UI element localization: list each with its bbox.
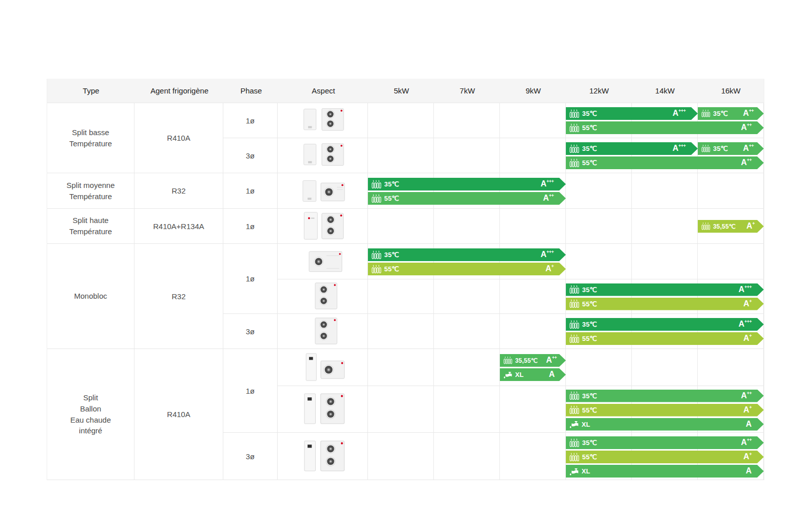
bar-temperature-label: 35℃ bbox=[713, 110, 728, 117]
energy-class-label: A++ bbox=[741, 123, 752, 132]
type-label: Split haute Température bbox=[47, 209, 134, 243]
energy-class-label: A++ bbox=[743, 109, 754, 117]
bar-volume-label: XL bbox=[515, 371, 524, 378]
energy-label-bar: 35℃ A++ bbox=[566, 390, 764, 402]
energy-class-label: A+++ bbox=[738, 285, 752, 294]
column-header-14kw: 14kW bbox=[632, 86, 698, 95]
energy-class-label: A++ bbox=[743, 144, 754, 152]
product-photo-tower-dual bbox=[278, 386, 368, 432]
table-row: Monobloc R32 1ø 35℃ A+++ bbox=[47, 243, 764, 348]
energy-class-label: A+ bbox=[747, 222, 755, 230]
type-label: Monobloc bbox=[47, 244, 134, 348]
radiator-icon bbox=[569, 391, 580, 400]
agent-label: R410A bbox=[134, 103, 223, 173]
energy-label-bar: 35℃ A+++ bbox=[368, 248, 566, 261]
bar-volume-label: XL bbox=[582, 467, 590, 475]
bar-temperature-label: 55℃ bbox=[582, 124, 597, 132]
column-header-5kw: 5kW bbox=[368, 86, 434, 95]
product-photo-monobloc-dual-fan bbox=[278, 279, 368, 314]
table-row: Split basse Température R410A 1ø 35℃ A bbox=[47, 103, 764, 173]
heat-pump-range-table: Type Agent frigorigène Phase Aspect 5kW … bbox=[47, 79, 764, 480]
energy-label-bar: 55℃ A+ bbox=[566, 451, 764, 463]
energy-label-bar: 55℃ A+ bbox=[566, 332, 764, 345]
capacity-bars-area: 35℃ A++ 55℃ A+ XL A bbox=[368, 386, 764, 432]
radiator-icon bbox=[371, 194, 382, 203]
energy-class-label: A++ bbox=[543, 194, 554, 202]
bar-volume-label: XL bbox=[582, 421, 590, 428]
product-photo-wall-single bbox=[278, 173, 368, 208]
bar-temperature-label: 35℃ bbox=[582, 321, 597, 328]
energy-label-bar: XL A bbox=[566, 465, 764, 478]
energy-class-label: A+ bbox=[743, 300, 752, 308]
energy-class-label: A+ bbox=[546, 265, 554, 273]
energy-label-bar: 55℃ A+ bbox=[566, 298, 764, 310]
bar-temperature-label: 35℃ bbox=[582, 110, 597, 117]
bar-temperature-label: 55℃ bbox=[384, 195, 399, 202]
energy-label-bar: 55℃ A++ bbox=[566, 121, 764, 134]
energy-label-bar: 55℃ A+ bbox=[368, 263, 566, 275]
radiator-icon bbox=[371, 265, 382, 274]
column-header-type: Type bbox=[47, 86, 135, 95]
energy-label-bar: 35℃ A++ bbox=[698, 107, 764, 120]
type-label: Split Ballon Eau chaude intégré bbox=[47, 349, 134, 480]
phase-label: 3ø bbox=[223, 138, 278, 173]
energy-class-label: A+++ bbox=[540, 250, 554, 259]
capacity-bars-area: 35℃ A+++ 35℃ A++ 55℃ A++ bbox=[368, 103, 764, 138]
phase-label: 1ø bbox=[223, 349, 278, 432]
energy-label-bar: 55℃ A++ bbox=[368, 192, 566, 205]
product-photo-monobloc-dual-fan bbox=[278, 314, 368, 348]
capacity-bars-area: 35℃ A+++ 55℃ A++ bbox=[368, 173, 764, 208]
radiator-icon bbox=[701, 144, 710, 153]
energy-label-bar: 35,55℃ A+ bbox=[698, 220, 764, 233]
energy-label-bar: 35,55℃ A++ bbox=[500, 354, 566, 367]
product-photo-tower-single bbox=[278, 349, 368, 386]
energy-label-bar: 55℃ A++ bbox=[566, 156, 764, 169]
bar-temperature-label: 55℃ bbox=[582, 335, 597, 342]
radiator-icon bbox=[371, 250, 382, 260]
bar-temperature-label: 55℃ bbox=[582, 300, 597, 308]
product-photo-wall-dual bbox=[278, 138, 368, 173]
bar-temperature-label: 55℃ bbox=[384, 265, 399, 273]
energy-label-bar: 35℃ A++ bbox=[698, 142, 764, 155]
capacity-bars-area: 35,55℃ A++ XL A bbox=[368, 349, 764, 386]
column-header-agent: Agent frigorigène bbox=[135, 86, 224, 95]
bar-temperature-label: 55℃ bbox=[582, 406, 597, 414]
column-header-phase: Phase bbox=[224, 86, 279, 95]
phase-label: 1ø bbox=[223, 209, 278, 243]
radiator-icon bbox=[503, 356, 513, 365]
radiator-icon bbox=[569, 320, 580, 329]
radiator-icon bbox=[569, 285, 580, 294]
energy-label-bar: XL A bbox=[566, 418, 764, 431]
energy-class-label: A++ bbox=[741, 438, 752, 447]
product-photo-tower-dual bbox=[278, 433, 368, 480]
energy-label-bar: 35℃ A+++ bbox=[566, 318, 764, 331]
radiator-icon bbox=[569, 438, 580, 448]
radiator-icon bbox=[569, 123, 580, 133]
tap-icon bbox=[503, 370, 513, 379]
table-row: Split haute Température R410A+R134A 1ø 3… bbox=[47, 208, 764, 243]
capacity-bars-area: 35℃ A+++ 35℃ A++ 55℃ A++ bbox=[368, 138, 764, 173]
radiator-icon bbox=[569, 405, 580, 415]
type-label: Split moyenne Température bbox=[47, 173, 134, 208]
table-row: Split moyenne Température R32 1ø 35℃ A bbox=[47, 173, 764, 208]
energy-label-bar: 55℃ A+ bbox=[566, 404, 764, 417]
column-header-aspect: Aspect bbox=[278, 86, 368, 95]
energy-class-label: A+++ bbox=[672, 144, 686, 152]
energy-class-label: A bbox=[549, 370, 555, 378]
energy-label-bar: 35℃ A+++ bbox=[566, 107, 698, 120]
capacity-bars-area: 35℃ A+++ 55℃ A+ bbox=[368, 314, 764, 348]
agent-label: R32 bbox=[134, 173, 223, 208]
bar-temperature-label: 35,55℃ bbox=[713, 223, 736, 230]
radiator-icon bbox=[569, 158, 580, 168]
bar-temperature-label: 35℃ bbox=[713, 145, 728, 152]
energy-class-label: A++ bbox=[546, 356, 557, 364]
bar-temperature-label: 35℃ bbox=[582, 392, 597, 400]
radiator-icon bbox=[569, 453, 580, 462]
radiator-icon bbox=[569, 299, 580, 308]
energy-label-bar: 35℃ A+++ bbox=[566, 283, 764, 296]
bar-temperature-label: 35℃ bbox=[582, 145, 597, 152]
energy-label-bar: 35℃ A+++ bbox=[566, 142, 698, 155]
energy-class-label: A++ bbox=[741, 158, 752, 167]
radiator-icon bbox=[371, 180, 382, 189]
radiator-icon bbox=[701, 222, 710, 231]
